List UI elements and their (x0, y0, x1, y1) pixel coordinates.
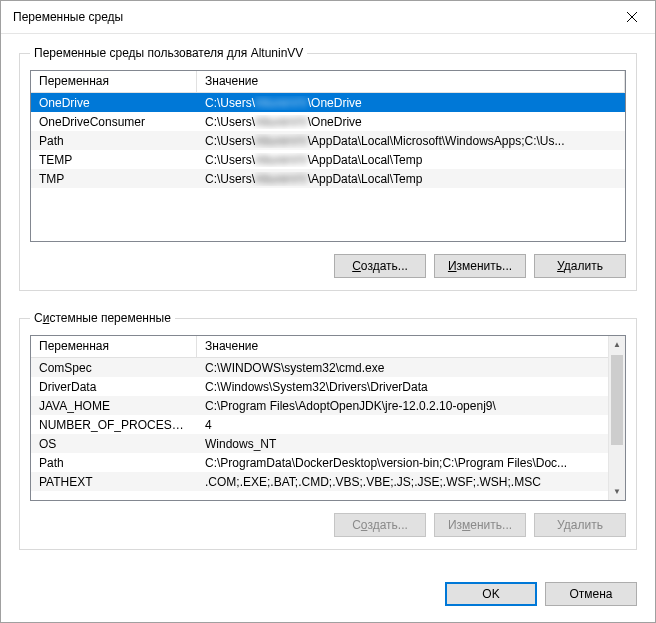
user-vars-legend: Переменные среды пользователя для Altuni… (30, 46, 307, 60)
var-value-cell: C:\Users\AltuninVV\OneDrive (197, 115, 625, 129)
col-value-header[interactable]: Значение (197, 71, 625, 92)
dialog-footer: OK Отмена (1, 570, 655, 622)
var-value-cell: .COM;.EXE;.BAT;.CMD;.VBS;.VBE;.JS;.JSE;.… (197, 475, 625, 489)
var-value-cell: Windows_NT (197, 437, 625, 451)
user-new-button[interactable]: Создать... (334, 254, 426, 278)
titlebar: Переменные среды (1, 1, 655, 34)
var-name-cell: Path (31, 456, 197, 470)
user-edit-button[interactable]: Изменить... (434, 254, 526, 278)
table-header: Переменная Значение (31, 336, 625, 358)
var-value-cell: 4 (197, 418, 625, 432)
user-vars-group: Переменные среды пользователя для Altuni… (19, 46, 637, 291)
table-row[interactable]: TEMPC:\Users\AltuninVV\AppData\Local\Tem… (31, 150, 625, 169)
col-variable-header[interactable]: Переменная (31, 71, 197, 92)
col-value-header[interactable]: Значение (197, 336, 625, 357)
system-new-button[interactable]: Создать... (334, 513, 426, 537)
table-row[interactable]: TMPC:\Users\AltuninVV\AppData\Local\Temp (31, 169, 625, 188)
table-row[interactable]: OSWindows_NT (31, 434, 625, 453)
table-row[interactable]: DriverDataC:\Windows\System32\Drivers\Dr… (31, 377, 625, 396)
system-vars-buttons: Создать... Изменить... Удалить (30, 513, 626, 537)
table-row[interactable]: JAVA_HOMEC:\Program Files\AdoptOpenJDK\j… (31, 396, 625, 415)
var-value-cell: C:\Windows\System32\Drivers\DriverData (197, 380, 625, 394)
var-value-cell: C:\Users\AltuninVV\AppData\Local\Temp (197, 172, 625, 186)
var-value-cell: C:\Program Files\AdoptOpenJDK\jre-12.0.2… (197, 399, 625, 413)
var-name-cell: TEMP (31, 153, 197, 167)
system-vars-group: Системные переменные Переменная Значение… (19, 311, 637, 550)
table-row[interactable]: OneDriveConsumerC:\Users\AltuninVV\OneDr… (31, 112, 625, 131)
system-vars-table[interactable]: Переменная Значение ComSpecC:\WINDOWS\sy… (30, 335, 626, 501)
dialog-title: Переменные среды (13, 10, 609, 24)
var-name-cell: OneDrive (31, 96, 197, 110)
env-vars-dialog: Переменные среды Переменные среды пользо… (0, 0, 656, 623)
scroll-thumb[interactable] (611, 355, 623, 445)
system-edit-button[interactable]: Изменить... (434, 513, 526, 537)
var-value-cell: C:\Users\AltuninVV\OneDrive (197, 96, 625, 110)
var-name-cell: PATHEXT (31, 475, 197, 489)
scroll-down-icon[interactable]: ▼ (609, 483, 625, 500)
system-vars-body: ComSpecC:\WINDOWS\system32\cmd.exeDriver… (31, 358, 625, 500)
var-name-cell: OneDriveConsumer (31, 115, 197, 129)
var-value-cell: C:\Users\AltuninVV\AppData\Local\Temp (197, 153, 625, 167)
var-value-cell: C:\WINDOWS\system32\cmd.exe (197, 361, 625, 375)
ok-button[interactable]: OK (445, 582, 537, 606)
dialog-content: Переменные среды пользователя для Altuni… (1, 34, 655, 570)
var-name-cell: JAVA_HOME (31, 399, 197, 413)
table-header: Переменная Значение (31, 71, 625, 93)
table-row[interactable]: PATHEXT.COM;.EXE;.BAT;.CMD;.VBS;.VBE;.JS… (31, 472, 625, 491)
var-name-cell: NUMBER_OF_PROCESSORS (31, 418, 197, 432)
system-delete-button[interactable]: Удалить (534, 513, 626, 537)
table-row[interactable]: PathC:\ProgramData\DockerDesktop\version… (31, 453, 625, 472)
table-row[interactable]: PathC:\Users\AltuninVV\AppData\Local\Mic… (31, 131, 625, 150)
var-value-cell: C:\Users\AltuninVV\AppData\Local\Microso… (197, 134, 625, 148)
var-name-cell: ComSpec (31, 361, 197, 375)
var-name-cell: Path (31, 134, 197, 148)
user-vars-body: OneDriveC:\Users\AltuninVV\OneDriveOneDr… (31, 93, 625, 241)
var-name-cell: TMP (31, 172, 197, 186)
user-vars-table[interactable]: Переменная Значение OneDriveC:\Users\Alt… (30, 70, 626, 242)
var-name-cell: DriverData (31, 380, 197, 394)
user-delete-button[interactable]: Удалить (534, 254, 626, 278)
system-vars-legend: Системные переменные (30, 311, 175, 325)
table-row[interactable]: OneDriveC:\Users\AltuninVV\OneDrive (31, 93, 625, 112)
cancel-button[interactable]: Отмена (545, 582, 637, 606)
user-vars-buttons: Создать... Изменить... Удалить (30, 254, 626, 278)
var-value-cell: C:\ProgramData\DockerDesktop\version-bin… (197, 456, 625, 470)
close-icon[interactable] (609, 1, 655, 33)
scrollbar[interactable]: ▲ ▼ (608, 336, 625, 500)
var-name-cell: OS (31, 437, 197, 451)
table-row[interactable]: NUMBER_OF_PROCESSORS4 (31, 415, 625, 434)
col-variable-header[interactable]: Переменная (31, 336, 197, 357)
scroll-up-icon[interactable]: ▲ (609, 336, 625, 353)
table-row[interactable]: ComSpecC:\WINDOWS\system32\cmd.exe (31, 358, 625, 377)
